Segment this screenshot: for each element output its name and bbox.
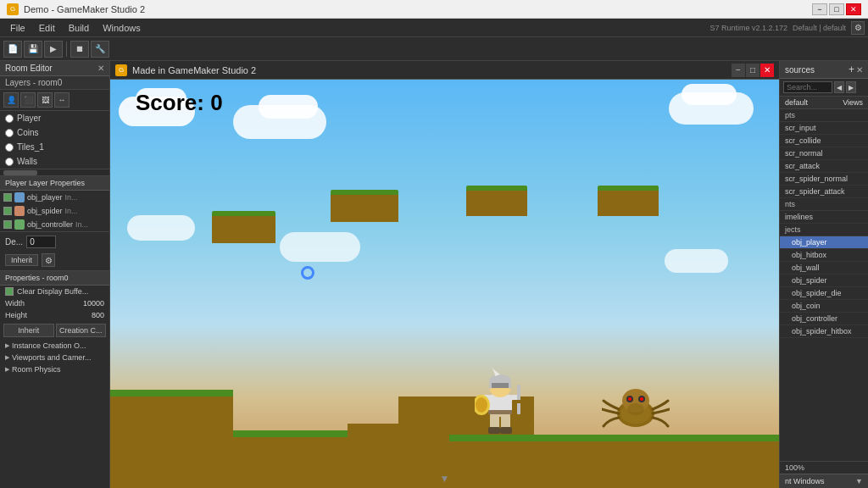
svg-rect-4: [492, 383, 509, 388]
player-layer-props-header: Player Layer Properties: [0, 176, 109, 191]
resources-footer: 100% nt Windows ▼: [780, 461, 868, 488]
layer-player[interactable]: Player: [0, 111, 109, 125]
svg-rect-9: [517, 385, 520, 414]
platform-float-3: [466, 186, 527, 216]
app-title-bar: G Demo - GameMaker Studio 2 − □ ✕: [0, 0, 868, 19]
cloud-4: [127, 215, 195, 241]
layer-add-tile[interactable]: ⬛: [20, 92, 36, 108]
toolbar-btn-5[interactable]: 🔧: [91, 41, 109, 58]
obj-spider-item[interactable]: obj_spider: [780, 274, 868, 287]
search-prev-btn[interactable]: ◀: [834, 81, 844, 93]
zoom-label: 100%: [785, 463, 804, 472]
resource-scr-collide[interactable]: scr_collide: [780, 135, 868, 147]
resource-scr-input[interactable]: scr_input: [780, 122, 868, 135]
resource-imelines[interactable]: imelines: [780, 211, 868, 224]
obj-spider-hitbox-item[interactable]: obj_spider_hitbox: [780, 325, 868, 338]
creation-btn[interactable]: Creation C...: [56, 324, 107, 337]
svg-point-7: [476, 397, 487, 413]
resource-pts[interactable]: pts: [780, 109, 868, 122]
preview-maximize-btn[interactable]: □: [746, 64, 760, 77]
preview-area: G Made in GameMaker Studio 2 − □ ✕: [110, 61, 779, 488]
resource-scr-spider-attack[interactable]: scr_spider_attack: [780, 186, 868, 198]
resources-add[interactable]: +: [849, 64, 854, 75]
layers-label: Layers - room0: [0, 76, 109, 90]
width-label: Width: [5, 299, 25, 308]
layer-add-bg[interactable]: 🖼: [37, 92, 53, 108]
resource-jects[interactable]: jects: [780, 224, 868, 236]
instance-obj-player[interactable]: obj_player In...: [0, 191, 109, 204]
instance-creation-row[interactable]: ▶ Instance Creation O...: [0, 340, 109, 352]
toolbar-btn-3[interactable]: ▶: [44, 41, 63, 58]
game-canvas: Score: 0: [110, 80, 779, 488]
resource-scr-attack[interactable]: scr_attack: [780, 160, 868, 173]
obj-wall-item[interactable]: obj_wall: [780, 262, 868, 274]
toolbar-btn-4[interactable]: ⏹: [70, 41, 89, 58]
toolbar: 📄 💾 ▶ ⏹ 🔧: [0, 37, 868, 61]
viewports-cameras-row[interactable]: ▶ Viewports and Camer...: [0, 352, 109, 363]
svg-rect-14: [500, 427, 512, 434]
room-physics-label: Room Physics: [12, 365, 61, 374]
toolbar-btn-1[interactable]: 📄: [3, 41, 22, 58]
instances-list: obj_player In... obj_spider In... obj_co…: [0, 191, 109, 232]
layer-toolbar: 👤 ⬛ 🖼 ↔: [0, 90, 109, 111]
inherit-button[interactable]: Inherit: [5, 254, 38, 266]
preview-controls: − □ ✕: [732, 64, 774, 77]
obj-spider-die-item[interactable]: obj_spider_die: [780, 287, 868, 300]
resource-nts[interactable]: nts: [780, 198, 868, 211]
obj-hitbox-item[interactable]: obj_hitbox: [780, 249, 868, 262]
nt-windows-arrow[interactable]: ▼: [855, 477, 863, 485]
properties-section: Properties - room0 Clear Display Buffe..…: [0, 270, 109, 375]
cloud-6: [665, 249, 728, 273]
layer-walls[interactable]: Walls: [0, 154, 109, 169]
settings-button[interactable]: ⚙: [851, 21, 865, 35]
player-character: [475, 368, 526, 435]
left-panel: Room Editor ✕ Layers - room0 👤 ⬛ 🖼 ↔ Pla…: [0, 61, 110, 488]
layers-scrollbar[interactable]: [0, 169, 109, 176]
menu-build[interactable]: Build: [62, 21, 96, 35]
menu-bar: File Edit Build Windows S7 Runtime v2.1.…: [0, 19, 868, 37]
obj-player-item[interactable]: obj_player: [780, 236, 868, 249]
width-value: 10000: [83, 299, 104, 308]
layer-resize[interactable]: ↔: [54, 92, 70, 108]
instance-obj-controller[interactable]: obj_controller In...: [0, 218, 109, 231]
resource-scr-normal[interactable]: scr_normal: [780, 147, 868, 160]
search-next-btn[interactable]: ▶: [846, 81, 856, 93]
height-label: Height: [5, 311, 27, 319]
spider-enemy: [602, 384, 670, 435]
preview-titlebar: G Made in GameMaker Studio 2 − □ ✕: [110, 61, 779, 80]
gear-button[interactable]: ⚙: [42, 253, 55, 267]
depth-row: De...: [0, 232, 109, 252]
menu-file[interactable]: File: [3, 21, 32, 35]
maximize-button[interactable]: □: [829, 3, 844, 15]
preview-close-btn[interactable]: ✕: [760, 64, 774, 77]
width-row: Width 10000: [0, 297, 109, 309]
preview-icon: G: [115, 64, 127, 76]
cloud-3b: [682, 84, 737, 105]
close-button[interactable]: ✕: [846, 3, 861, 15]
layers-list: Player Coins Tiles_1 Walls: [0, 111, 109, 169]
layer-coins[interactable]: Coins: [0, 125, 109, 140]
nt-windows-row: nt Windows ▼: [780, 474, 868, 488]
runtime-info: S7 Runtime v2.1.2.172: [710, 24, 788, 32]
obj-controller-item[interactable]: obj_controller: [780, 313, 868, 325]
viewports-cameras-label: Viewports and Camer...: [12, 353, 91, 362]
layer-tiles[interactable]: Tiles_1: [0, 140, 109, 154]
menu-windows[interactable]: Windows: [96, 21, 147, 35]
toolbar-btn-2[interactable]: 💾: [24, 41, 42, 58]
room-editor-close[interactable]: ✕: [97, 64, 104, 73]
resources-close[interactable]: ✕: [856, 65, 863, 75]
layer-add-instance[interactable]: 👤: [3, 92, 19, 108]
app-icon: G: [7, 3, 19, 15]
minimize-button[interactable]: −: [812, 3, 827, 15]
room-physics-row[interactable]: ▶ Room Physics: [0, 363, 109, 375]
depth-input[interactable]: [26, 236, 56, 248]
preview-minimize-btn[interactable]: −: [732, 64, 745, 77]
instance-creation-label: Instance Creation O...: [12, 341, 86, 350]
search-input[interactable]: [783, 81, 832, 93]
instance-obj-spider[interactable]: obj_spider In...: [0, 204, 109, 218]
inherit-bottom-btn[interactable]: Inherit: [3, 324, 54, 337]
menu-edit[interactable]: Edit: [32, 21, 62, 35]
resources-search-bar: ◀ ▶: [780, 79, 868, 97]
resource-scr-spider-normal[interactable]: scr_spider_normal: [780, 173, 868, 186]
obj-coin-item[interactable]: obj_coin: [780, 300, 868, 313]
